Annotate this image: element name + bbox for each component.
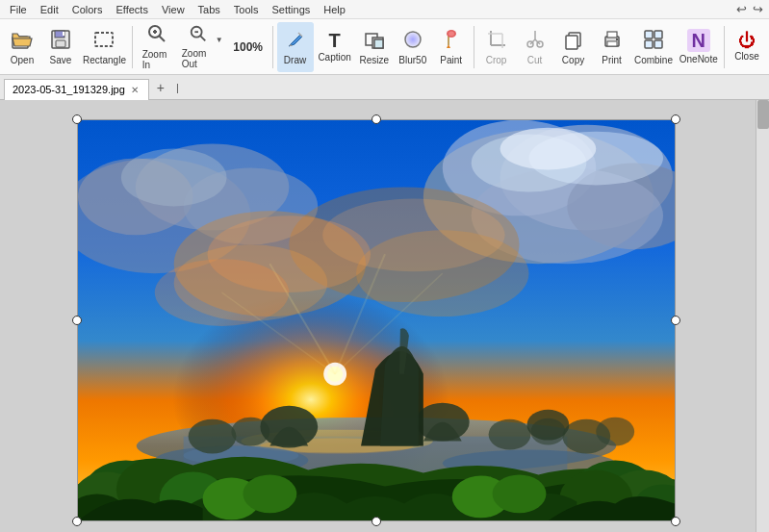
svg-point-61 (322, 198, 504, 271)
svg-rect-4 (63, 32, 64, 36)
svg-point-55 (121, 149, 227, 207)
zoom-in-button[interactable]: Zoom In (137, 22, 177, 72)
right-scrollbar[interactable] (756, 100, 769, 532)
undo-button[interactable]: ↩ (734, 2, 749, 16)
menu-help[interactable]: Help (318, 2, 351, 17)
draw-button[interactable]: Draw (277, 22, 314, 72)
draw-label: Draw (284, 55, 306, 65)
caption-label: Caption (318, 52, 350, 63)
zoom-percent-button[interactable]: 100% (228, 22, 269, 72)
image-canvas (77, 119, 676, 521)
menu-edit[interactable]: Edit (35, 2, 64, 17)
menu-tools[interactable]: Tools (228, 2, 265, 17)
print-button[interactable]: Print (594, 22, 630, 72)
svg-rect-34 (616, 38, 618, 40)
zoom-out-label: Zoom Out (182, 48, 216, 69)
menu-settings[interactable]: Settings (267, 2, 317, 17)
handle-top-left[interactable] (72, 114, 82, 124)
svg-rect-3 (56, 40, 65, 47)
menu-file[interactable]: File (4, 2, 33, 17)
handle-middle-right[interactable] (671, 316, 680, 325)
handle-top-center[interactable] (372, 114, 381, 124)
menu-view[interactable]: View (156, 2, 191, 17)
zoom-out-button[interactable]: Zoom Out ▼ (179, 22, 226, 72)
separator-3 (474, 26, 474, 68)
draw-icon (285, 29, 306, 53)
open-icon (11, 29, 34, 53)
handle-bottom-center[interactable] (372, 517, 381, 526)
canvas-area (0, 100, 769, 532)
image-container[interactable] (77, 119, 676, 521)
blur50-button[interactable]: Blur50 (395, 22, 431, 72)
rectangle-button[interactable]: Rectangle (81, 22, 128, 72)
svg-point-89 (243, 474, 296, 513)
cut-label: Cut (527, 55, 543, 65)
paint-label: Paint (440, 55, 462, 65)
paint-button[interactable]: Paint (433, 22, 470, 72)
onenote-button[interactable]: N OneNote (677, 22, 720, 72)
svg-rect-36 (654, 31, 662, 38)
copy-label: Copy (562, 55, 584, 65)
add-tab-button[interactable]: + (153, 81, 168, 94)
svg-rect-35 (645, 31, 653, 38)
caption-icon: T (329, 31, 341, 50)
crop-label: Crop (486, 55, 507, 65)
svg-rect-5 (95, 33, 113, 46)
handle-top-right[interactable] (671, 114, 680, 124)
zoom-percent-label: 100% (233, 40, 263, 54)
copy-icon (563, 29, 584, 53)
blur50-label: Blur50 (398, 55, 426, 65)
print-icon (602, 29, 623, 53)
rectangle-icon (93, 29, 115, 53)
svg-rect-38 (654, 40, 662, 48)
undo-redo-group: ↩ ↪ (734, 2, 765, 16)
svg-point-16 (405, 32, 421, 47)
scrollbar-thumb[interactable] (757, 100, 769, 129)
menu-effects[interactable]: Effects (111, 2, 154, 17)
active-tab[interactable]: 2023-05-31_191329.jpg ✕ (4, 79, 149, 100)
separator-1 (132, 26, 133, 68)
svg-line-12 (200, 36, 205, 40)
handle-bottom-left[interactable] (72, 517, 82, 526)
cut-icon (525, 29, 546, 53)
svg-line-9 (159, 36, 165, 41)
resize-icon (364, 29, 385, 53)
save-icon (50, 29, 71, 53)
open-label: Open (11, 55, 34, 65)
combine-label: Combine (634, 55, 673, 65)
print-label: Print (602, 55, 622, 65)
cut-button[interactable]: Cut (517, 22, 553, 72)
svg-rect-32 (607, 32, 617, 38)
zoom-in-icon (146, 23, 167, 47)
handle-middle-left[interactable] (72, 316, 82, 325)
caption-button[interactable]: T Caption (316, 22, 354, 72)
close-toolbar-button[interactable]: ⏻ Close (729, 22, 765, 72)
crop-button[interactable]: Crop (478, 22, 515, 72)
resize-button[interactable]: Resize (356, 22, 393, 72)
zoom-in-label: Zoom In (142, 49, 171, 70)
separator-4 (724, 26, 725, 68)
tab-filename: 2023-05-31_191329.jpg (13, 84, 125, 95)
save-label: Save (50, 55, 72, 65)
blur50-icon (402, 29, 423, 53)
crop-icon (486, 29, 507, 53)
resize-label: Resize (359, 55, 389, 65)
tab-bar: 2023-05-31_191329.jpg ✕ + | (0, 75, 769, 100)
copy-button[interactable]: Copy (555, 22, 592, 72)
onenote-label: OneNote (679, 54, 718, 64)
svg-rect-33 (607, 41, 617, 46)
svg-point-70 (189, 419, 237, 454)
svg-point-91 (493, 474, 547, 513)
redo-button[interactable]: ↪ (751, 2, 765, 16)
handle-bottom-right[interactable] (671, 517, 680, 526)
combine-button[interactable]: Combine (632, 22, 676, 72)
rectangle-label: Rectangle (83, 55, 126, 65)
svg-point-78 (526, 410, 569, 441)
landscape-image (78, 120, 675, 520)
save-button[interactable]: Save (42, 22, 79, 72)
zoom-out-arrow-icon: ▼ (216, 36, 223, 44)
open-button[interactable]: Open (4, 22, 40, 72)
menu-tabs[interactable]: Tabs (192, 2, 226, 17)
tab-close-button[interactable]: ✕ (129, 85, 141, 95)
menu-colors[interactable]: Colors (66, 2, 109, 17)
